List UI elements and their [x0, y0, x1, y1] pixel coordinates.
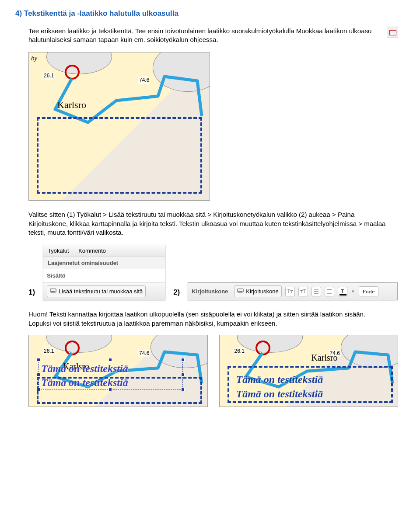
typewriter-icon — [50, 287, 56, 296]
selection-handle[interactable] — [181, 388, 185, 391]
map-figure-1: by 26.1 74.6 Karlsro — [28, 52, 398, 201]
selection-handle[interactable] — [108, 388, 112, 391]
typewriter-icon — [237, 287, 244, 296]
label-1: 1) — [28, 288, 35, 298]
font-size-large-icon[interactable]: ᴛT — [298, 287, 308, 296]
selection-handle[interactable] — [181, 373, 185, 376]
font-family-selector[interactable]: Forte — [359, 286, 378, 297]
typewriter-panel-title: Kirjoituskone — [192, 288, 228, 296]
paragraph-steps: Valitse sitten (1) Työkalut > Lisää teks… — [28, 210, 387, 237]
add-textbox-button[interactable]: Lisää tekstiruutu tai muokkaa sitä — [47, 285, 146, 298]
selection-handle[interactable] — [37, 388, 40, 391]
menubar: Työkalut Kommento — [43, 245, 165, 257]
line-spacing-wide-icon[interactable] — [325, 287, 334, 296]
svg-rect-1 — [51, 291, 55, 292]
font-size-small-icon[interactable]: Tᴛ — [285, 287, 295, 296]
paragraph-intro: Tee erikseen laatikko ja tekstikenttä. T… — [28, 27, 387, 45]
dropdown-caret-icon[interactable]: ▾ — [351, 287, 355, 296]
selection-handle[interactable] — [181, 358, 185, 362]
panel-row-content[interactable]: Sisältö — [43, 269, 165, 283]
rectangle-tool-icon — [387, 27, 398, 38]
toolbar-screenshot-1: Työkalut Kommento Laajennetut ominaisuud… — [43, 245, 165, 300]
add-textbox-label: Lisää tekstiruutu tai muokkaa sitä — [59, 288, 143, 296]
text-selection-outline — [38, 360, 183, 389]
typewriter-button[interactable]: Kirjoituskone — [234, 285, 281, 298]
label-2: 2) — [173, 288, 180, 298]
dashed-selection-box — [37, 117, 202, 194]
map-figure-2-right: 26.1 74.6 Karlsro Tämä on testitekstiä T… — [219, 335, 399, 407]
sample-text-line2: Tämä on testitekstiä — [236, 387, 323, 401]
typewriter-button-label: Kirjoituskone — [246, 288, 278, 296]
map-figure-2-left: 26.1 74.6 Karlsro Tämä on testitekstiä T… — [28, 335, 208, 407]
map-canvas-1: by 26.1 74.6 Karlsro — [28, 52, 210, 201]
menu-comment[interactable]: Kommento — [78, 247, 106, 254]
menu-tools[interactable]: Työkalut — [48, 247, 69, 254]
map-place-name: Karlsro — [312, 352, 338, 364]
line-spacing-icon[interactable] — [312, 287, 321, 296]
toolbar-screenshot-2: Kirjoituskone Kirjoituskone Tᴛ ᴛT T ▾ Fo… — [188, 282, 398, 301]
font-color-icon[interactable]: T — [338, 287, 347, 296]
panel-title-extended: Laajennetut ominaisuudet — [43, 257, 165, 270]
selection-handle[interactable] — [37, 373, 40, 376]
selection-handle[interactable] — [37, 358, 40, 362]
map-place-name: Karlsro — [57, 98, 86, 111]
sample-text-line1: Tämä on testitekstiä — [236, 372, 323, 386]
selection-handle[interactable] — [108, 358, 112, 362]
svg-rect-3 — [238, 291, 242, 292]
section-heading: 4) Tekstikenttä ja -laatikko halutulla u… — [15, 9, 398, 19]
paragraph-note: Huom! Teksti kannattaa kirjoittaa laatik… — [28, 310, 387, 328]
